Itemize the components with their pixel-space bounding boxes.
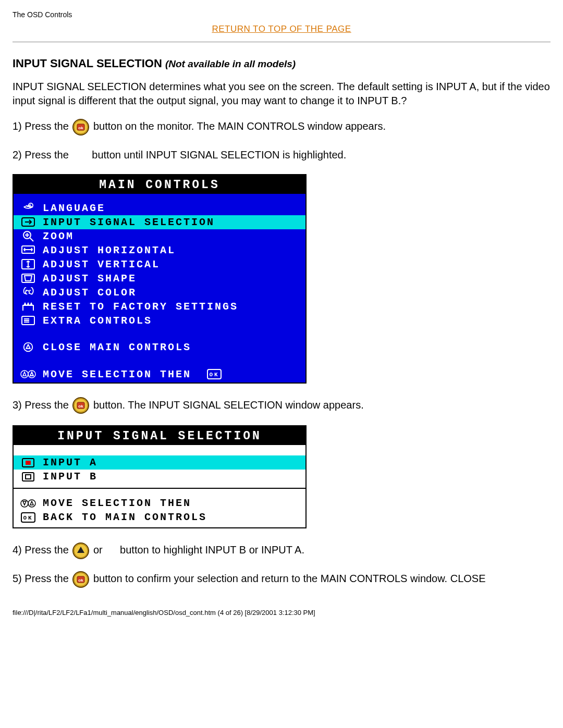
divider — [13, 42, 550, 42]
page-header: The OSD Controls — [13, 10, 550, 19]
osd-item-label: LANGUAGE — [43, 202, 105, 214]
osd-item-reset: RESET TO FACTORY SETTINGS — [14, 300, 305, 314]
input-b-icon — [18, 472, 39, 482]
osd-footer-text: MOVE SELECTION THEN — [43, 368, 191, 380]
osd-item-label: RESET TO FACTORY SETTINGS — [43, 301, 238, 313]
extra-icon — [18, 315, 39, 326]
osd-item-input-signal: INPUT SIGNAL SELECTION — [14, 215, 305, 229]
page-footer: file:///D|/rita/LF2/LF2/LFa1/multi_manua… — [13, 609, 550, 616]
osd-item-adjust-vertical: ADJUST VERTICAL — [14, 257, 305, 272]
step-5-text-b: button to confirm your selection and ret… — [93, 573, 486, 584]
ok-button-icon — [72, 571, 89, 588]
osd-item-adjust-horizontal: ADJUST HORIZONTAL — [14, 243, 305, 257]
language-icon — [18, 203, 39, 213]
step-4-text-b: or — [93, 544, 105, 556]
osd-footer: MOVE SELECTION THEN — [14, 366, 305, 382]
step-4: 4) Press the or button to highlight INPU… — [13, 542, 550, 559]
step-1: 1) Press the button on the monitor. The … — [13, 118, 550, 135]
step-5-text-a: 5) Press the — [13, 573, 71, 584]
osd-item-label: ADJUST HORIZONTAL — [43, 244, 176, 256]
up-button-icon — [72, 542, 89, 559]
shape-icon — [18, 273, 39, 283]
color-icon — [18, 287, 39, 298]
step-3-text-b: button. The INPUT SIGNAL SELECTION windo… — [93, 399, 364, 411]
osd-title: INPUT SIGNAL SELECTION — [14, 426, 305, 445]
osd-close: CLOSE MAIN CONTROLS — [14, 340, 305, 354]
osd-footer-row2: BACK TO MAIN CONTROLS — [14, 511, 305, 527]
updown-icon — [18, 498, 39, 509]
horizontal-icon — [18, 245, 39, 255]
step-1-text-a: 1) Press the — [13, 120, 71, 132]
input-a-icon — [18, 458, 39, 467]
osd-item-label: INPUT B — [43, 471, 97, 483]
step-4-text-a: 4) Press the — [13, 544, 71, 556]
osd-item-label: ADJUST COLOR — [43, 287, 137, 299]
osd-item-label: ADJUST VERTICAL — [43, 258, 160, 270]
osd-title: MAIN CONTROLS — [14, 175, 305, 194]
step-3-text-a: 3) Press the — [13, 399, 71, 411]
osd-close-label: CLOSE MAIN CONTROLS — [43, 341, 191, 353]
osd-input-signal-selection: INPUT SIGNAL SELECTION INPUT A INPUT B M… — [13, 425, 307, 528]
osd-footer-row1: MOVE SELECTION THEN — [14, 497, 305, 511]
osd-item-extra: EXTRA CONTROLS — [14, 314, 305, 328]
ok-icon — [207, 369, 222, 379]
step-2: 2) Press the button until INPUT SIGNAL S… — [13, 147, 550, 163]
osd-item-label: INPUT A — [43, 456, 97, 468]
osd-item-input-a: INPUT A — [14, 455, 305, 470]
osd-footer-text: BACK TO MAIN CONTROLS — [43, 511, 207, 523]
osd-item-label: ZOOM — [43, 230, 74, 242]
ok-button-icon — [72, 119, 89, 135]
osd-item-adjust-color: ADJUST COLOR — [14, 286, 305, 300]
close-icon — [18, 341, 39, 353]
osd-item-label: INPUT SIGNAL SELECTION — [43, 216, 215, 228]
step-2-text-b: button until INPUT SIGNAL SELECTION is h… — [92, 149, 346, 161]
ok-button-icon — [72, 397, 89, 414]
osd-item-adjust-shape: ADJUST SHAPE — [14, 272, 305, 286]
section-title-text: INPUT SIGNAL SELECTION — [13, 57, 162, 70]
zoom-icon — [18, 230, 39, 242]
step-3: 3) Press the button. The INPUT SIGNAL SE… — [13, 397, 550, 414]
vertical-icon — [18, 259, 39, 269]
osd-item-language: LANGUAGE — [14, 201, 305, 215]
osd-item-label: ADJUST SHAPE — [43, 273, 137, 285]
step-5: 5) Press the button to confirm your sele… — [13, 571, 550, 588]
osd-item-zoom: ZOOM — [14, 229, 305, 243]
section-title: INPUT SIGNAL SELECTION (Not available in… — [13, 57, 550, 70]
section-title-note: (Not available in all models) — [165, 58, 296, 69]
intro-paragraph: INPUT SIGNAL SELECTION determines what y… — [13, 80, 550, 108]
step-2-text-a: 2) Press the — [13, 149, 71, 161]
input-icon — [18, 217, 39, 227]
reset-icon — [18, 302, 39, 311]
return-to-top-link[interactable]: RETURN TO TOP OF THE PAGE — [212, 24, 351, 34]
step-4-text-c: button to highlight INPUT B or INPUT A. — [120, 544, 304, 556]
ok-icon — [18, 512, 39, 523]
osd-main-controls: MAIN CONTROLS LANGUAGE INPUT SIGNAL SELE… — [13, 174, 307, 384]
osd-item-input-b: INPUT B — [14, 470, 305, 484]
step-1-text-b: button on the monitor. The MAIN CONTROLS… — [93, 120, 386, 132]
osd-item-label: EXTRA CONTROLS — [43, 315, 152, 327]
osd-footer-text: MOVE SELECTION THEN — [43, 497, 191, 509]
updown-icon — [18, 369, 39, 379]
